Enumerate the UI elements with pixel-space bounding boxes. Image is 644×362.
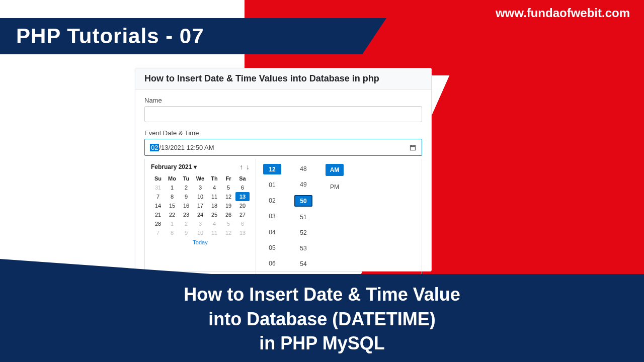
calendar-day[interactable]: 4 [207,219,221,228]
datetime-rest: /13/2021 12:50 AM [159,144,214,151]
minute-option[interactable]: 54 [294,258,312,269]
hour-option[interactable]: 03 [263,211,281,222]
calendar-day[interactable]: 1 [165,219,179,228]
hour-option[interactable]: 01 [263,179,281,190]
next-month-button[interactable]: ↓ [246,163,250,171]
calendar-day[interactable]: 6 [235,219,250,228]
card-body: Name Event Date & Time 02/13/2021 12:50 … [135,89,431,284]
datetime-group: Event Date & Time 02/13/2021 12:50 AM Fe… [144,129,422,275]
calendar-day[interactable]: 31 [151,183,165,192]
calendar-day[interactable]: 5 [221,183,235,192]
datetime-label: Event Date & Time [144,129,422,137]
calendar-day[interactable]: 23 [179,210,193,219]
time-panel: 12010203040506 48495051525354 AMPM [256,159,422,274]
calendar-day[interactable]: 10 [193,192,207,201]
day-of-week-header: We [193,174,207,183]
month-year-selector[interactable]: February 2021 ▾ [151,163,197,170]
calendar-day[interactable]: 13 [235,228,250,237]
datetime-month-selected: 02 [150,144,159,151]
calendar-day[interactable]: 7 [151,228,165,237]
site-url: www.fundaofwebit.com [496,6,630,20]
hour-option[interactable]: 04 [263,227,281,237]
calendar-day[interactable]: 3 [193,183,207,192]
minute-option[interactable]: 49 [294,179,312,190]
calendar-day[interactable]: 4 [207,183,221,192]
calendar-day[interactable]: 19 [221,201,235,210]
calendar-day[interactable]: 15 [165,201,179,210]
minute-option[interactable]: 48 [294,164,312,174]
calendar-icon[interactable] [409,144,417,151]
calendar-day[interactable]: 16 [179,201,193,210]
calendar-day[interactable]: 12 [221,228,235,237]
minutes-column: 48495051525354 [294,164,312,269]
calendar-day[interactable]: 20 [235,201,250,210]
calendar-day[interactable]: 13 [235,192,250,201]
footer-bar: How to Insert Date & Time Value into Dat… [0,274,644,362]
calendar-day[interactable]: 9 [179,228,193,237]
calendar-header: February 2021 ▾ ↑ ↓ [151,163,250,171]
hour-option[interactable]: 05 [263,242,281,253]
ampm-option[interactable]: PM [326,181,344,193]
form-card: How to Insert Date & Time Values into Da… [135,68,432,272]
calendar-day[interactable]: 18 [207,201,221,210]
calendar-day[interactable]: 10 [193,228,207,237]
name-input[interactable] [144,106,422,122]
calendar-day[interactable]: 14 [151,201,165,210]
day-of-week-header: Mo [165,174,179,183]
hours-column: 12010203040506 [263,164,281,269]
calendar-day[interactable]: 9 [179,192,193,201]
calendar-grid: SuMoTuWeThFrSa 3112345678910111213141516… [151,174,250,237]
calendar-day[interactable]: 26 [221,210,235,219]
calendar-day[interactable]: 5 [221,219,235,228]
day-of-week-header: Su [151,174,165,183]
calendar-day[interactable]: 7 [151,192,165,201]
calendar-day[interactable]: 27 [235,210,250,219]
hour-option[interactable]: 06 [263,258,281,269]
minute-option[interactable]: 50 [294,195,312,207]
calendar-day[interactable]: 24 [193,210,207,219]
calendar-day[interactable]: 8 [165,192,179,201]
calendar-day[interactable]: 2 [179,219,193,228]
card-header: How to Insert Date & Time Values into Da… [135,68,431,89]
calendar-day[interactable]: 1 [165,183,179,192]
hour-option[interactable]: 02 [263,196,281,206]
today-button[interactable]: Today [151,239,250,245]
header-bar: PHP Tutorials - 07 [0,18,362,54]
calendar-day[interactable]: 2 [179,183,193,192]
calendar-day[interactable]: 8 [165,228,179,237]
calendar-day[interactable]: 17 [193,201,207,210]
card-title: How to Insert Date & Time Values into Da… [144,73,422,84]
calendar-day[interactable]: 25 [207,210,221,219]
calendar-day[interactable]: 11 [207,192,221,201]
day-of-week-header: Sa [235,174,250,183]
day-of-week-header: Th [207,174,221,183]
header-title: PHP Tutorials - 07 [16,24,204,48]
datetime-input[interactable]: 02/13/2021 12:50 AM [144,139,422,156]
calendar-day[interactable]: 22 [165,210,179,219]
ampm-option[interactable]: AM [326,164,344,176]
calendar-day[interactable]: 28 [151,219,165,228]
name-label: Name [144,97,422,104]
footer-title: How to Insert Date & Time Value into Dat… [0,283,644,356]
hour-option[interactable]: 12 [263,164,281,174]
day-of-week-header: Tu [179,174,193,183]
datetime-value: 02/13/2021 12:50 AM [150,144,214,151]
minute-option[interactable]: 52 [294,227,312,238]
minute-option[interactable]: 51 [294,212,312,222]
chevron-down-icon: ▾ [194,163,197,170]
calendar-day[interactable]: 6 [235,183,250,192]
prev-month-button[interactable]: ↑ [239,163,243,171]
calendar-day[interactable]: 21 [151,210,165,219]
ampm-column: AMPM [326,164,344,269]
calendar-panel: February 2021 ▾ ↑ ↓ SuMoTuWeThFrSa 31123… [145,159,256,274]
calendar-day[interactable]: 12 [221,192,235,201]
minute-option[interactable]: 53 [294,243,312,253]
calendar-day[interactable]: 3 [193,219,207,228]
day-of-week-header: Fr [221,174,235,183]
calendar-day[interactable]: 11 [207,228,221,237]
datetime-picker-popup: February 2021 ▾ ↑ ↓ SuMoTuWeThFrSa 31123… [144,159,422,275]
month-nav: ↑ ↓ [239,163,250,171]
